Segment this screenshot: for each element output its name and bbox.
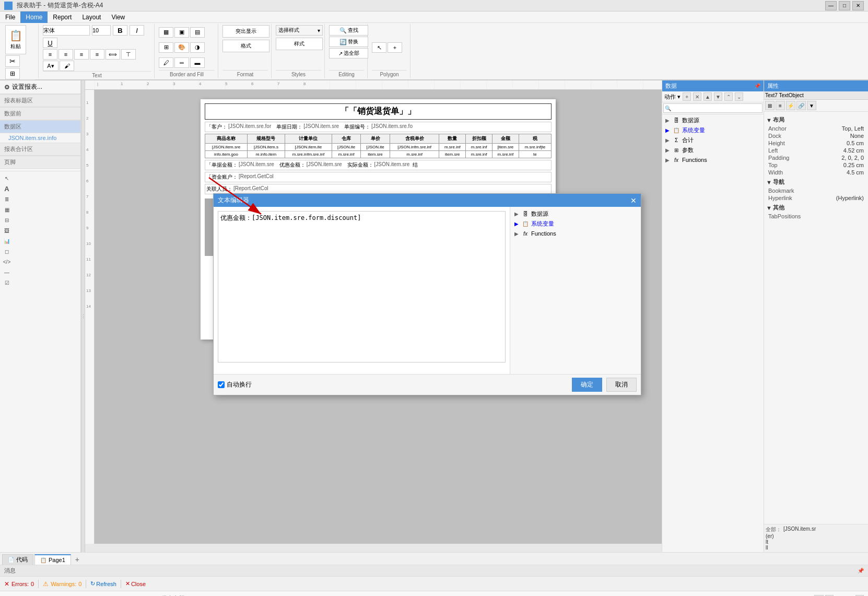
dialog-title-bar: 文本编辑器 ✕ (214, 194, 641, 207)
dialog-footer: 自动换行 确定 取消 (214, 374, 641, 395)
dialog-ok-button[interactable]: 确定 (572, 378, 602, 392)
dialog-tree-panel: ▶ 🗄 数据源 ▶ 📋 系统变量 ▶ fx Functions (510, 207, 641, 374)
text-editor-dialog: 文本编辑器 ✕ ▶ 🗄 数据源 ▶ 📋 系统变量 (213, 193, 641, 395)
dialog-body: ▶ 🗄 数据源 ▶ 📋 系统变量 ▶ fx Functions (214, 207, 641, 374)
dialog-btn-group: 确定 取消 (572, 378, 637, 392)
dialog-datasource-icon: 🗄 (522, 211, 529, 218)
dialog-functions-icon: fx (522, 230, 529, 237)
dialog-tree-sysvars[interactable]: ▶ 📋 系统变量 (512, 219, 639, 229)
dialog-sysvars-icon: 📋 (522, 220, 529, 228)
dialog-tree-datasource[interactable]: ▶ 🗄 数据源 (512, 209, 639, 219)
dialog-close-button[interactable]: ✕ (630, 196, 637, 205)
auto-wrap-input[interactable] (218, 381, 225, 388)
auto-wrap-checkbox[interactable]: 自动换行 (218, 380, 252, 389)
auto-wrap-label: 自动换行 (227, 380, 252, 389)
overlay: 文本编辑器 ✕ ▶ 🗄 数据源 ▶ 📋 系统变量 (0, 0, 868, 596)
dialog-title-text: 文本编辑器 (218, 196, 249, 205)
dialog-editor-area (214, 207, 510, 374)
dialog-text-editor[interactable] (218, 211, 506, 363)
dialog-cancel-button[interactable]: 取消 (606, 378, 637, 392)
dialog-tree-functions[interactable]: ▶ fx Functions (512, 229, 639, 238)
